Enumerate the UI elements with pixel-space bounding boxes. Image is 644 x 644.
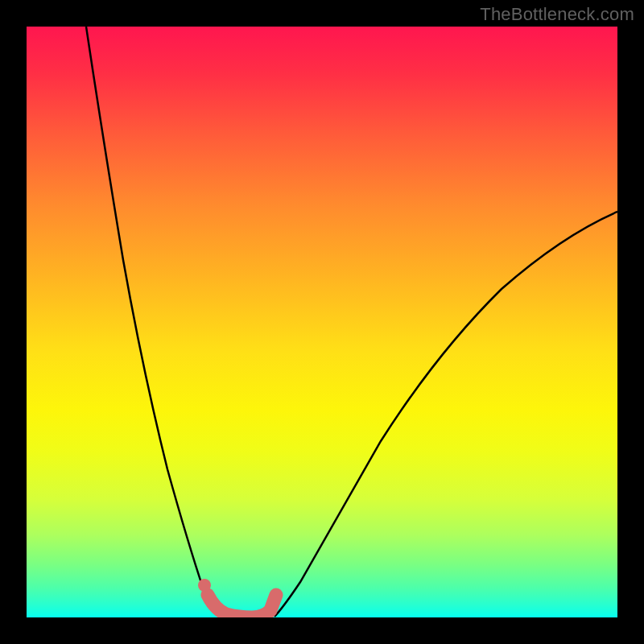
highlight-dot bbox=[198, 579, 211, 592]
curve-left-branch bbox=[86, 27, 220, 617]
curve-right-branch bbox=[275, 212, 617, 617]
plot-area bbox=[27, 27, 617, 617]
watermark-text: TheBottleneck.com bbox=[480, 4, 634, 25]
chart-svg bbox=[27, 27, 617, 617]
curve-bottom-highlight bbox=[208, 595, 276, 617]
chart-frame: TheBottleneck.com bbox=[0, 0, 644, 644]
